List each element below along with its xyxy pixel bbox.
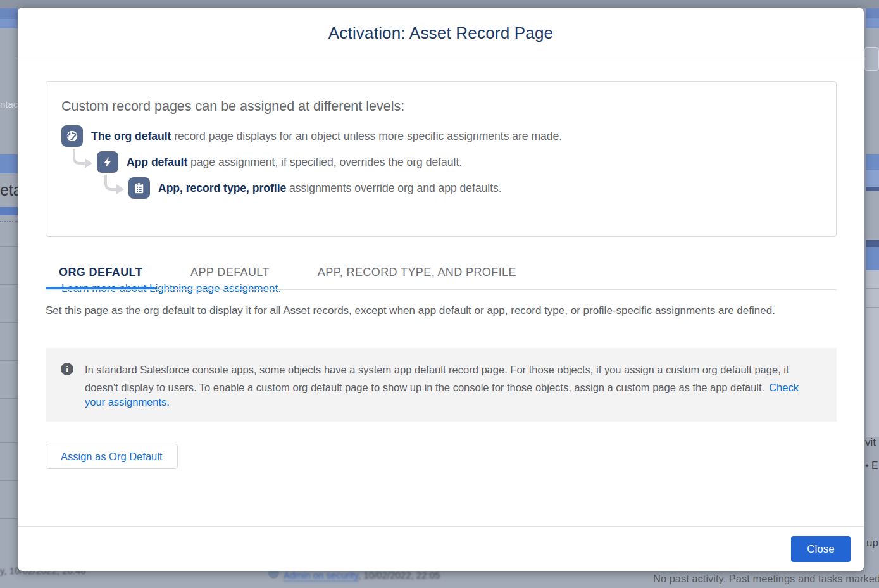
modal-title: Activation: Asset Record Page [328,23,554,43]
assign-org-default-button[interactable]: Assign as Org Default [46,444,178,469]
modal-header: Activation: Asset Record Page [18,8,864,59]
screen: ntac etai y, 10/02/2022, 20:46 Admin on … [0,0,879,588]
notice-text: In standard Salesforce console apps, som… [85,364,789,393]
bg-right-banner-bar [866,154,879,170]
activation-modal: Activation: Asset Record Page Custom rec… [18,8,864,571]
bg-center-timestamp: Admin on security, 10/02/2022, 22:05 [284,570,440,580]
connector-arrow-icon [101,175,127,197]
bg-activity-fragment: vit [865,436,876,449]
bg-right-banner-edge [866,187,879,191]
bg-row-divider [0,398,18,399]
bg-row-divider [0,284,18,285]
console-notice-box: i In standard Salesforce console apps, s… [46,348,837,422]
bg-right-header-bar [866,8,879,18]
tab-app-default[interactable]: APP DEFAULT [177,260,283,289]
bg-row-divider [0,360,18,361]
tab-description: Set this page as the org default to disp… [46,301,815,320]
bg-center-date: , 10/02/2022, 22:05 [358,570,440,580]
bg-left-header-bar-2 [0,19,18,28]
tab-org-default[interactable]: ORG DEFAULT [46,260,156,289]
bg-right-button-fragment [864,47,879,71]
bg-contact-fragment: ntac [0,99,18,109]
close-button[interactable]: Close [791,536,851,562]
bg-right-header-bar-2 [866,18,879,28]
tab-app-record-type-profile[interactable]: APP, RECORD TYPE, AND PROFILE [304,260,530,289]
activation-tabs: ORG DEFAULT APP DEFAULT APP, RECORD TYPE… [46,260,837,290]
globe-icon [61,125,83,147]
info-icon: i [61,363,73,375]
bg-bullet-fragment: • E [865,460,878,472]
clipboard-icon [128,177,150,199]
bg-row-divider [0,480,18,481]
level-app-record-type-profile: App, record type, profile assignments ov… [128,177,502,199]
level-app-default: App default page assignment, if specifie… [97,151,462,173]
bg-left-banner-bar [0,154,18,173]
bg-dotted-divider [0,221,18,222]
bg-right-row-divider [866,288,879,289]
bg-no-activity-text: No past activity. Past meetings and task… [653,573,879,585]
bg-row-divider [0,442,18,443]
bg-left-header-bar [0,8,18,19]
modal-footer: Close [18,526,864,571]
bg-details-tab-underline [0,207,18,215]
bg-right-row-divider [866,307,879,308]
level-org-default: The org default record page displays for… [61,125,562,147]
bg-row-divider [0,322,18,323]
bolt-icon [97,151,118,173]
bg-row-divider [0,246,18,247]
card-heading: Custom record pages can be assigned at d… [61,99,404,115]
bg-right-bar-dark [866,240,879,247]
assignment-levels-card: Custom record pages can be assigned at d… [46,81,837,237]
bg-user-link-fragment: Admin on security [284,570,358,582]
bg-right-banner-bar-2 [866,170,879,187]
level-text: App default page assignment, if specifie… [127,156,462,169]
level-text: The org default record page displays for… [91,130,562,143]
level-text: App, record type, profile assignments ov… [158,182,502,195]
bg-up-fragment: up [866,537,878,549]
connector-arrow-icon [69,149,96,172]
bg-row-divider [0,518,18,519]
bg-right-panel [866,270,879,437]
bg-right-bar-blue [866,247,879,270]
